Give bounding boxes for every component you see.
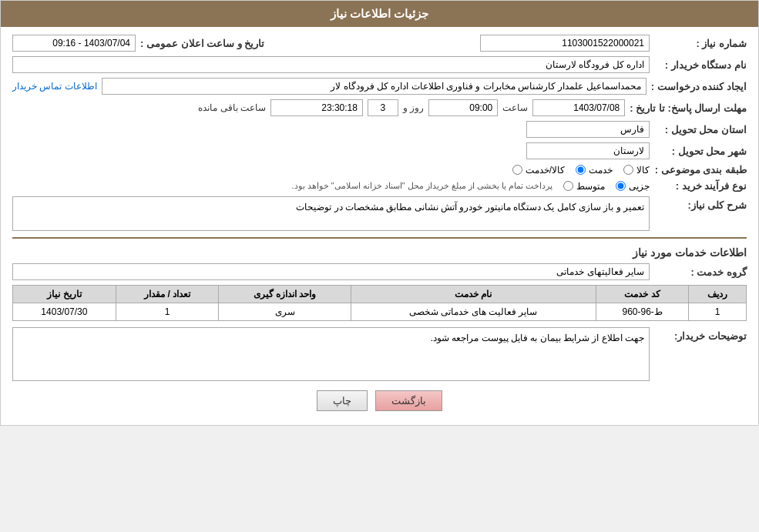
radio-motavasset-label: متوسط — [576, 181, 605, 192]
tozihat-label: توضیحات خریدار: — [654, 327, 747, 342]
radio-khedmat[interactable]: خدمت — [576, 165, 613, 176]
page-title: جزئیات اطلاعات نیاز — [331, 7, 428, 20]
radio-kala-khedmat[interactable]: کالا/خدمت — [512, 165, 565, 176]
grohe-khedmat-label: گروه خدمت : — [654, 266, 747, 278]
radio-khedmat-input[interactable] — [576, 165, 586, 175]
services-table-container: ردیف کد خدمت نام خدمت واحد اندازه گیری ت… — [12, 285, 747, 321]
nam-dastgah-value: اداره کل فرودگاه لارستان — [12, 56, 650, 73]
ostan-label: استان محل تحویل : — [654, 124, 747, 136]
noe-farayand-label: نوع فرآیند خرید : — [654, 180, 747, 192]
mohlat-label: مهلت ارسال پاسخ: تا تاریخ : — [630, 102, 747, 114]
action-buttons: بازگشت چاپ — [12, 390, 747, 411]
tabaqe-radio-group: کالا/خدمت خدمت کالا — [512, 165, 650, 176]
table-row: 1 ط-96-960 سایر فعالیت های خدماتی شخصی س… — [13, 303, 747, 321]
ijad-value: محمداسماعیل علمدار کارشناس مخابرات و فنا… — [102, 78, 646, 95]
radio-motavasset-input[interactable] — [563, 181, 573, 191]
saat-mande-label: ساعت باقی مانده — [198, 102, 266, 113]
sharh-koli-label: شرح کلی نیاز: — [654, 196, 747, 211]
ijad-label: ایجاد کننده درخواست : — [651, 81, 747, 92]
back-button[interactable]: بازگشت — [375, 390, 442, 411]
radio-kala-khedmat-label: کالا/خدمت — [526, 165, 565, 176]
saat-mande: 23:30:18 — [270, 99, 363, 116]
shomare-niaz-label: شماره نیاز : — [654, 38, 747, 49]
grohe-khedmat-value: سایر فعالیتهای خدماتی — [12, 263, 650, 280]
radio-kala-khedmat-input[interactable] — [512, 165, 522, 175]
section2-title: اطلاعات خدمات مورد نیاز — [12, 246, 747, 259]
radio-kala-label: کالا — [636, 165, 650, 176]
cell-radif: 1 — [689, 303, 747, 321]
print-button[interactable]: چاپ — [317, 390, 368, 411]
radio-khedmat-label: خدمت — [589, 165, 613, 176]
col-tarikh: تاریخ نیاز — [13, 286, 116, 303]
tarikh-pasokh: 1403/07/08 — [532, 99, 625, 116]
services-table: ردیف کد خدمت نام خدمت واحد اندازه گیری ت… — [12, 285, 747, 321]
section-divider-1 — [12, 237, 747, 239]
rooz-mande: 3 — [368, 99, 398, 116]
tabaqe-label: طبقه بندی موضوعی : — [654, 164, 747, 176]
radio-kala-input[interactable] — [623, 165, 633, 175]
col-vahed: واحد اندازه گیری — [219, 286, 351, 303]
tarikh-elan-value: 1403/07/04 - 09:16 — [12, 35, 136, 52]
ostan-value: فارس — [526, 121, 650, 138]
shahr-value: لارستان — [526, 142, 650, 159]
cell-tarikh: 1403/07/30 — [13, 303, 116, 321]
cell-tedad: 1 — [116, 303, 219, 321]
radio-pardakht-label: پرداخت تمام یا بخشی از مبلغ خریداز محل "… — [291, 181, 552, 191]
page-header: جزئیات اطلاعات نیاز — [1, 1, 758, 27]
farayand-radio-group: پرداخت تمام یا بخشی از مبلغ خریداز محل "… — [291, 181, 650, 192]
col-kod: کد خدمت — [596, 286, 688, 303]
saat-label-static: ساعت — [502, 102, 528, 113]
rooz-label-static: روز و — [403, 102, 424, 113]
radio-pardakht: پرداخت تمام یا بخشی از مبلغ خریداز محل "… — [291, 181, 552, 191]
radio-jozii[interactable]: جزیی — [616, 181, 650, 192]
col-tedad: تعداد / مقدار — [116, 286, 219, 303]
saat-pasokh: 09:00 — [428, 99, 498, 116]
radio-jozii-input[interactable] — [616, 181, 626, 191]
nam-dastgah-label: نام دستگاه خریدار : — [654, 59, 747, 71]
radio-jozii-label: جزیی — [629, 181, 650, 192]
ijad-contact-link[interactable]: اطلاعات تماس خریدار — [12, 81, 97, 92]
cell-kod: ط-96-960 — [596, 303, 688, 321]
shahr-label: شهر محل تحویل : — [654, 146, 747, 157]
radio-motavasset[interactable]: متوسط — [563, 181, 605, 192]
col-radif: ردیف — [689, 286, 747, 303]
tozihat-value: جهت اطلاع از شرایط بیمان به فایل پیوست م… — [12, 327, 650, 381]
cell-vahed: سری — [219, 303, 351, 321]
sharh-koli-value: تعمیر و باز سازی کامل یک دستگاه مانیتور … — [12, 196, 650, 231]
tarikh-elan-label: تاریخ و ساعت اعلان عمومی : — [140, 38, 264, 49]
shomare-niaz-value: 1103001522000021 — [480, 35, 650, 52]
cell-nam: سایر فعالیت های خدماتی شخصی — [351, 303, 596, 321]
radio-kala[interactable]: کالا — [623, 165, 650, 176]
col-nam: نام خدمت — [351, 286, 596, 303]
